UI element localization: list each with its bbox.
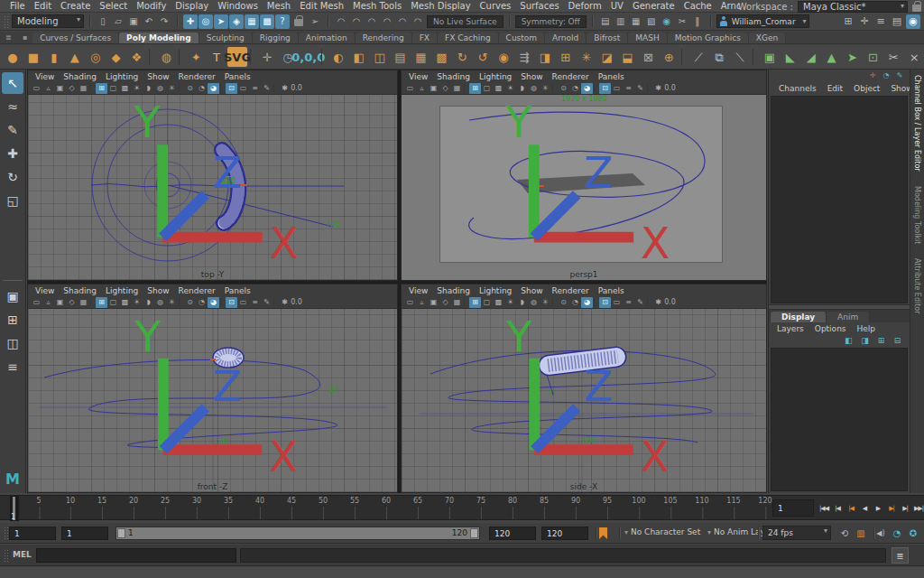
snap-projected-center-icon[interactable]: ◠ <box>380 14 394 29</box>
tab-arnold[interactable]: Arnold <box>545 33 587 43</box>
script-editor-button[interactable]: ≣ <box>892 547 909 564</box>
selection-lock-icon[interactable] <box>291 14 306 29</box>
smooth-shade-icon[interactable]: ▢ <box>481 297 493 308</box>
step-forward-frame-button[interactable]: ▶| <box>899 499 911 517</box>
tab-mash[interactable]: MASH <box>628 33 667 43</box>
drag-grip[interactable] <box>4 15 8 28</box>
scale-tool-icon[interactable]: ◱ <box>2 190 23 211</box>
frame-tick-95[interactable]: 95 <box>603 497 612 505</box>
image-plane-icon[interactable]: ▦ <box>78 297 89 308</box>
xray-joints-icon[interactable]: ◕ <box>581 83 593 94</box>
frame-tick-80[interactable]: 80 <box>508 497 517 505</box>
occlusion-icon[interactable]: ◍ <box>154 297 166 308</box>
select-object-mask-icon[interactable]: ◎ <box>199 14 213 29</box>
menu-layers[interactable]: Layers <box>772 324 809 333</box>
render-settings-icon[interactable]: ▧ <box>644 14 659 29</box>
redo-icon[interactable]: ↷ <box>157 14 171 29</box>
use-lights-icon[interactable]: ☀ <box>504 83 516 94</box>
exposure-value[interactable]: 0.0 <box>664 297 676 308</box>
shadows-icon[interactable]: ◗ <box>143 297 154 308</box>
animation-end-field[interactable]: 120 <box>541 527 588 540</box>
menu-show[interactable]: Show <box>516 286 547 295</box>
playback-start-field[interactable]: 1 <box>61 527 108 540</box>
menu-mesh-display[interactable]: Mesh Display <box>406 1 475 11</box>
user-account-chip[interactable]: William_Cromar <box>716 14 809 28</box>
textured-icon[interactable]: ▩ <box>493 297 504 308</box>
current-frame-marker[interactable]: 1 <box>10 496 19 521</box>
tab-rendering[interactable]: Rendering <box>356 33 412 43</box>
render-frame-icon[interactable]: ▤ <box>598 14 613 29</box>
ui-layout-icon[interactable]: ▤ <box>890 14 904 29</box>
frame-tick-55[interactable]: 55 <box>350 497 359 505</box>
grid-toggle-icon[interactable]: ⊞ <box>841 14 855 29</box>
flatten-icon[interactable]: ⬓ <box>618 47 638 67</box>
menu-set-dropdown[interactable]: Modeling <box>12 14 84 28</box>
viewport-top-canvas[interactable]: 120 120 Y X Z top -Y <box>28 95 397 280</box>
go-to-start-button[interactable]: |◀◀ <box>818 499 830 517</box>
frame-tick-120[interactable]: 120 <box>758 497 772 505</box>
lock-camera-icon[interactable]: ▵ <box>416 297 428 308</box>
isolate-select-icon[interactable]: ⊙ <box>184 83 196 94</box>
occlusion-icon[interactable]: ◍ <box>154 83 166 94</box>
tab-fx-caching[interactable]: FX Caching <box>438 33 499 43</box>
gear-wheel-icon[interactable]: ✳ <box>577 47 596 67</box>
tab-xgen[interactable]: XGen <box>749 33 786 43</box>
symmetrize-icon[interactable]: ⊡ <box>863 47 882 67</box>
layer-list[interactable] <box>771 348 908 491</box>
exposure-icon[interactable]: ✱ <box>652 297 664 308</box>
new-scene-icon[interactable]: ▯ <box>96 14 110 29</box>
step-back-frame-button[interactable]: |◀ <box>831 499 844 517</box>
menu-panels[interactable]: Panels <box>220 72 255 81</box>
frame-tick-45[interactable]: 45 <box>287 497 296 505</box>
frame-tick-90[interactable]: 90 <box>571 497 580 505</box>
wireframe-icon[interactable]: ⊞ <box>96 83 107 94</box>
xray-icon[interactable]: ◔ <box>196 297 208 308</box>
spin-edge-icon[interactable]: ↻ <box>452 47 472 67</box>
poly-plane-icon[interactable]: ◆ <box>106 47 126 67</box>
crease-set-icon[interactable]: ⟋ <box>688 47 708 67</box>
isolate-select-icon[interactable]: ⊙ <box>558 83 569 94</box>
svg-tool-icon[interactable]: SVG <box>227 47 247 67</box>
xray-joints-icon[interactable]: ◕ <box>208 297 219 308</box>
frame-tick-65[interactable]: 65 <box>413 497 422 505</box>
camera-attributes-icon[interactable]: ▣ <box>428 83 439 94</box>
xray-icon[interactable]: ◔ <box>196 83 208 94</box>
hud-icon[interactable]: ≡ <box>623 297 634 308</box>
anti-alias-icon[interactable]: ✳ <box>166 83 178 94</box>
shelf-menu-icon[interactable]: ≣ <box>0 33 17 43</box>
menu-lighting[interactable]: Lighting <box>101 72 143 81</box>
move-tool-icon[interactable]: ✚ <box>2 143 23 164</box>
smooth-shade-icon[interactable]: ▢ <box>107 297 119 308</box>
animation-preferences-icon[interactable]: ◔ <box>890 526 904 540</box>
save-scene-icon[interactable]: ▣ <box>126 14 141 29</box>
cube-project-icon[interactable]: ◨ <box>535 47 555 67</box>
menu-renderer[interactable]: Renderer <box>548 286 594 295</box>
frame-tick-35[interactable]: 35 <box>224 497 233 505</box>
bookmarks-icon[interactable]: ◇ <box>439 83 451 94</box>
play-backwards-button[interactable]: ◀ <box>858 499 871 517</box>
edge-loop-icon[interactable]: ⧉ <box>709 47 729 67</box>
anti-alias-icon[interactable]: ✳ <box>540 83 551 94</box>
frame-tick-100[interactable]: 100 <box>632 497 645 505</box>
speed-state-icon[interactable]: ◔ <box>881 70 892 80</box>
poly-disc-icon[interactable]: ❖ <box>126 47 146 67</box>
menu-create[interactable]: Create <box>56 1 95 11</box>
go-to-end-button[interactable]: ▶▶| <box>912 499 924 517</box>
menu-uv[interactable]: UV <box>606 1 628 11</box>
current-time-field[interactable]: 1 <box>772 499 814 517</box>
wireframe-icon[interactable]: ⊞ <box>469 83 481 94</box>
menu-generate[interactable]: Generate <box>628 1 679 11</box>
grease-pencil-icon[interactable]: ✎ <box>634 297 646 308</box>
snap-grid-icon[interactable]: ◠ <box>334 14 348 29</box>
menu-shading[interactable]: Shading <box>59 72 101 81</box>
side-tab-channel-box-layer-editor[interactable]: Channel Box / Layer Editor <box>913 75 921 172</box>
frame-tick-115[interactable]: 115 <box>726 497 740 505</box>
frame-tick-110[interactable]: 110 <box>695 497 708 505</box>
poly-cylinder-icon[interactable]: ▮ <box>44 47 64 67</box>
xray-joints-icon[interactable]: ◕ <box>581 297 593 308</box>
channel-box-list[interactable] <box>771 96 908 303</box>
poly-cube-icon[interactable]: ■ <box>23 47 43 67</box>
outliner-layout-button[interactable]: ≡ <box>2 356 23 378</box>
character-controls-icon[interactable]: ✛ <box>857 14 872 29</box>
shelf-gear-icon[interactable]: ▪ <box>17 33 32 43</box>
